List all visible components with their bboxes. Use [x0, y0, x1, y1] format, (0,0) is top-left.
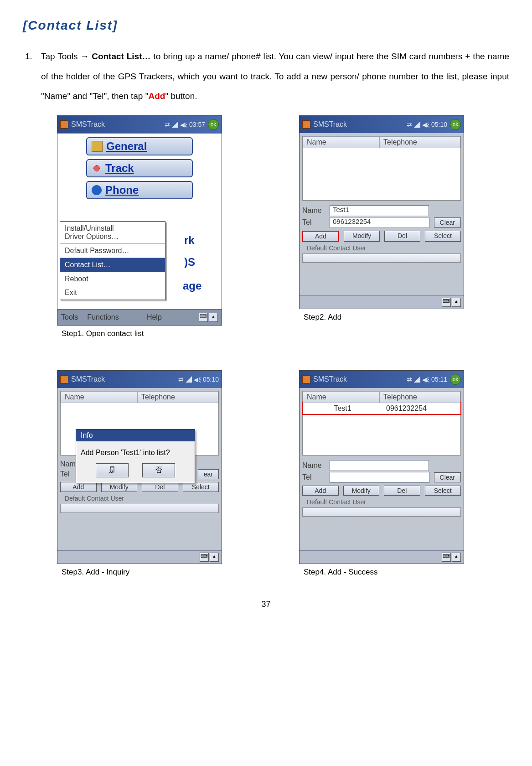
- modify-button[interactable]: Modify: [343, 486, 380, 496]
- up-icon[interactable]: ▴: [452, 298, 461, 307]
- progress-bar: [302, 254, 461, 263]
- progress-bar: [302, 507, 461, 517]
- th-tel[interactable]: Telephone: [379, 391, 460, 403]
- modal-body: Add Person 'Test1' into list? 是 否: [76, 441, 195, 483]
- default-user-label: Default Contact User: [307, 498, 461, 506]
- conn-icon: ⇄: [407, 376, 412, 383]
- up-icon[interactable]: ▴: [209, 313, 218, 322]
- app-title: SMSTrack: [313, 375, 404, 383]
- th-name[interactable]: Name: [303, 391, 379, 403]
- row-name: Test1: [303, 404, 382, 413]
- tools-menu: Install/Uninstall Driver Options… Defaul…: [60, 221, 165, 300]
- table-header: Name Telephone: [303, 391, 460, 403]
- titlebar: SMSTrack ⇄ ◀ξ 05:10: [57, 371, 222, 388]
- tel-input[interactable]: 0961232254: [330, 217, 429, 228]
- phone-button[interactable]: Phone: [86, 181, 193, 199]
- step4-cell: SMSTrack ⇄ ◀ξ 05:11 ok Name Telephone Te…: [299, 370, 500, 577]
- instruction-text: Tap Tools → Contact List… to bring up a …: [41, 47, 509, 106]
- ok-button[interactable]: ok: [208, 119, 219, 130]
- step1-body: General Track Phone rk )S age Install/Un…: [57, 133, 222, 309]
- select-button[interactable]: Select: [425, 231, 461, 242]
- phone-label: Phone: [105, 184, 139, 197]
- bottombar2: ⌨ ▴: [300, 550, 464, 564]
- tel-label: Tel: [302, 218, 325, 227]
- tel-input[interactable]: [330, 472, 429, 483]
- up-icon[interactable]: ▴: [452, 553, 461, 562]
- app-title: SMSTrack: [313, 120, 404, 129]
- th-name[interactable]: Name: [303, 136, 379, 148]
- table-header: Name Telephone: [303, 136, 460, 148]
- bb-tools[interactable]: Tools: [61, 313, 78, 321]
- name-input[interactable]: Test1: [330, 205, 429, 216]
- progress-bar: [60, 504, 219, 513]
- titlebar: SMSTrack ⇄ ◀ξ 05:11 ok: [300, 371, 464, 388]
- bottombar2: ⌨ ▴: [300, 295, 464, 309]
- instr-bold: Contact List…: [89, 52, 153, 61]
- row-tel: 0961232254: [382, 404, 460, 413]
- ok-button[interactable]: ok: [450, 374, 461, 385]
- th-tel[interactable]: Telephone: [379, 136, 460, 148]
- form-name-row: Name Test1: [302, 205, 461, 216]
- contact-table: Name Telephone Test1 0961232254: [302, 391, 461, 455]
- form-tel-row: Tel 0961232254 Clear: [302, 217, 461, 228]
- modify-button[interactable]: Modify: [101, 482, 138, 492]
- modify-button[interactable]: Modify: [344, 231, 380, 242]
- ok-button[interactable]: ok: [450, 119, 461, 130]
- speaker-icon: ◀ξ: [422, 121, 429, 128]
- info-modal: Info Add Person 'Test1' into list? 是 否: [76, 429, 195, 483]
- status-icons: ⇄ ◀ξ 05:10: [407, 121, 447, 128]
- keyboard-icon[interactable]: ⌨: [200, 553, 209, 562]
- table-header: Name Telephone: [61, 391, 218, 403]
- track-button[interactable]: Track: [86, 159, 193, 177]
- titlebar: SMSTrack ⇄ ◀ξ 03:57 ok: [57, 116, 222, 133]
- instruction-block: 1. Tap Tools → Contact List… to bring up…: [23, 47, 509, 106]
- status-time: 05:11: [431, 376, 447, 383]
- tel-label: Tel: [302, 473, 325, 481]
- menu-default-password[interactable]: Default Password…: [60, 244, 165, 258]
- track-icon: [92, 163, 102, 173]
- general-button[interactable]: General: [86, 137, 193, 155]
- menu-exit[interactable]: Exit: [60, 286, 165, 300]
- th-name[interactable]: Name: [61, 391, 137, 403]
- modal-yes-button[interactable]: 是: [96, 463, 129, 477]
- del-button[interactable]: Del: [384, 486, 420, 496]
- add-button[interactable]: Add: [60, 482, 97, 492]
- page-title: [Contact List]: [23, 18, 509, 33]
- th-tel[interactable]: Telephone: [137, 391, 218, 403]
- del-button[interactable]: Del: [384, 231, 420, 242]
- step1-cell: SMSTrack ⇄ ◀ξ 03:57 ok General Track: [57, 115, 258, 338]
- up-icon[interactable]: ▴: [210, 553, 219, 562]
- bb-functions[interactable]: Functions: [87, 313, 119, 321]
- add-button[interactable]: Add: [302, 486, 339, 496]
- conn-icon: ⇄: [178, 376, 184, 383]
- app-icon: [302, 120, 310, 129]
- table-row[interactable]: Test1 0961232254: [302, 402, 461, 415]
- contact-table: Name Telephone: [302, 136, 461, 201]
- select-button[interactable]: Select: [425, 486, 461, 496]
- keyboard-icon[interactable]: ⌨: [199, 313, 208, 322]
- clear-button-fragment[interactable]: ear: [198, 469, 219, 479]
- form-name-row: Name: [302, 460, 461, 471]
- add-button[interactable]: Add: [302, 231, 339, 242]
- bb-right: ⌨ ▴: [199, 313, 218, 322]
- fragment-ds: )S: [184, 256, 195, 269]
- app-icon: [60, 120, 68, 129]
- clear-button[interactable]: Clear: [434, 472, 461, 482]
- menu-install[interactable]: Install/Uninstall Driver Options…: [60, 222, 165, 244]
- status-icons: ⇄ ◀ξ 05:11: [407, 376, 447, 383]
- menu-reboot[interactable]: Reboot: [60, 272, 165, 286]
- name-input[interactable]: [330, 460, 429, 471]
- keyboard-icon[interactable]: ⌨: [442, 553, 451, 562]
- del-button[interactable]: Del: [142, 482, 178, 492]
- bb-help[interactable]: Help: [147, 313, 162, 321]
- clear-button[interactable]: Clear: [434, 217, 461, 228]
- keyboard-icon[interactable]: ⌨: [442, 298, 451, 307]
- menu-contact-list[interactable]: Contact List…: [60, 258, 165, 272]
- form-tel-row: Tel Clear: [302, 472, 461, 483]
- step3-caption: Step3. Add - Inquiry: [57, 568, 258, 577]
- modal-buttons: 是 否: [81, 463, 190, 477]
- select-button[interactable]: Select: [183, 482, 219, 492]
- step2-pda: SMSTrack ⇄ ◀ξ 05:10 ok Name Telephone: [299, 115, 464, 309]
- arrow-icon: →: [80, 52, 89, 61]
- modal-no-button[interactable]: 否: [142, 463, 175, 477]
